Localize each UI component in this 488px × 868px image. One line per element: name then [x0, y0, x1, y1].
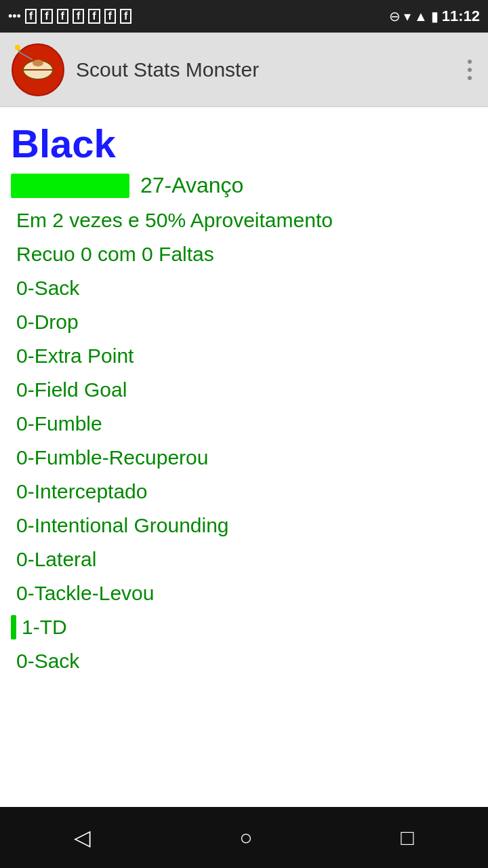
status-bar: ••• f f f f f f f ⊖ ▾ ▲ ▮ 11:12 — [0, 0, 488, 33]
highlight-stat-text: 1-TD — [22, 613, 67, 642]
svg-point-3 — [33, 60, 43, 66]
ellipsis-icon: ••• — [8, 10, 21, 22]
progress-bar — [11, 174, 129, 198]
main-content: Black 27-Avanço Em 2 vezes e 50% Aprovei… — [0, 107, 488, 807]
recent-button[interactable]: □ — [380, 818, 434, 857]
back-button[interactable]: ◁ — [54, 818, 111, 857]
list-item: 0-Extra Point — [11, 339, 477, 373]
list-item: 0-Interceptado — [11, 475, 477, 509]
fb-icon-6: f — [104, 9, 116, 24]
fb-icon-4: f — [73, 9, 84, 24]
signal-icon: ▲ — [414, 9, 428, 23]
app-logo — [11, 43, 65, 97]
list-item: 0-Lateral — [11, 542, 477, 576]
list-item: 0-Fumble — [11, 407, 477, 441]
list-item: Recuo 0 com 0 Faltas — [11, 237, 477, 271]
fb-icon-2: f — [41, 9, 52, 24]
time-display: 11:12 — [442, 7, 480, 25]
list-item: 0-Drop — [11, 305, 477, 339]
dnd-icon: ⊖ — [389, 9, 401, 23]
highlight-stat-row: 1-TD — [11, 610, 477, 644]
status-left-icons: ••• f f f f f f f — [8, 9, 131, 24]
stats-list: Em 2 vezes e 50% AproveitamentoRecuo 0 c… — [11, 203, 477, 610]
home-button[interactable]: ○ — [219, 818, 272, 857]
wifi-icon: ▾ — [404, 9, 411, 23]
green-indicator — [11, 615, 16, 639]
app-bar: Scout Stats Monster — [0, 33, 488, 107]
fb-icon-1: f — [25, 9, 37, 24]
list-item: 0-Intentional Grounding — [11, 509, 477, 542]
fb-icon-5: f — [88, 9, 100, 24]
battery-icon: ▮ — [431, 9, 439, 23]
app-title: Scout Stats Monster — [76, 58, 462, 81]
team-name: Black — [11, 121, 477, 166]
status-right-icons: ⊖ ▾ ▲ ▮ 11:12 — [389, 7, 480, 25]
list-item: 0-Tackle-Levou — [11, 576, 477, 610]
svg-point-6 — [15, 45, 20, 50]
overflow-menu-button[interactable] — [462, 54, 477, 85]
list-item: Em 2 vezes e 50% Aproveitamento — [11, 203, 477, 237]
menu-dot-1 — [468, 60, 472, 64]
avanco-text: 27-Avanço — [140, 173, 243, 198]
fb-icon-3: f — [57, 9, 68, 24]
list-item: 0-Field Goal — [11, 373, 477, 407]
list-item: 0-Fumble-Recuperou — [11, 441, 477, 475]
last-stat: 0-Sack — [11, 644, 477, 678]
list-item: 0-Sack — [11, 271, 477, 305]
menu-dot-2 — [468, 68, 472, 72]
menu-dot-3 — [468, 76, 472, 80]
avanco-row: 27-Avanço — [11, 173, 477, 198]
bottom-nav: ◁ ○ □ — [0, 807, 488, 868]
fb-icon-7: f — [120, 9, 131, 24]
